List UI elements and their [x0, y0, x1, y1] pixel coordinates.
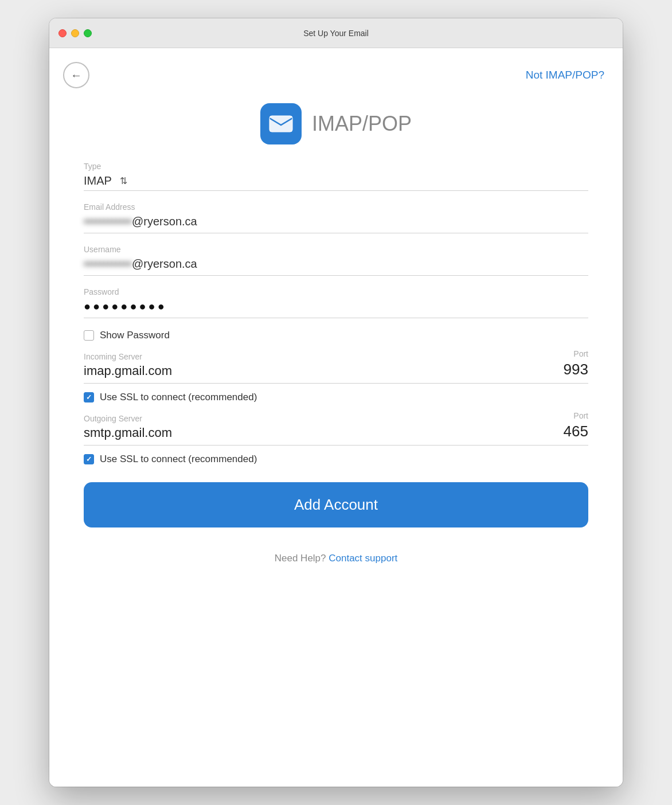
- show-password-label: Show Password: [100, 330, 170, 341]
- email-blurred-part: ••••••••••••: [84, 215, 132, 228]
- outgoing-ssl-label: Use SSL to connect (recommended): [100, 454, 257, 465]
- username-blurred-part: ••••••••••••: [84, 257, 132, 271]
- outgoing-port-right: Port 465: [552, 411, 588, 440]
- maximize-button[interactable]: [84, 29, 92, 37]
- outgoing-server-left: Outgoing Server smtp.gmail.com: [84, 414, 552, 440]
- titlebar: Set Up Your Email: [49, 18, 623, 48]
- username-label: Username: [84, 245, 588, 254]
- minimize-button[interactable]: [71, 29, 79, 37]
- outgoing-server-value[interactable]: smtp.gmail.com: [84, 425, 172, 440]
- svg-rect-0: [269, 116, 292, 132]
- incoming-port-label: Port: [564, 349, 588, 358]
- contact-support-link[interactable]: Contact support: [329, 553, 397, 564]
- show-password-checkbox[interactable]: [84, 330, 94, 341]
- email-input-wrapper: ••••••••••••@ryerson.ca: [84, 215, 588, 233]
- app-window: Set Up Your Email ← Not IMAP/POP? IMAP/P…: [49, 18, 623, 787]
- incoming-server-label: Incoming Server: [84, 352, 552, 361]
- imap-icon: [260, 103, 302, 144]
- incoming-server-left: Incoming Server imap.gmail.com: [84, 352, 552, 378]
- back-button[interactable]: ←: [63, 62, 89, 88]
- type-select[interactable]: IMAP POP: [84, 174, 118, 187]
- traffic-lights: [58, 29, 92, 37]
- outgoing-port-label: Port: [564, 411, 588, 420]
- footer-help: Need Help? Contact support: [49, 553, 623, 581]
- select-arrows-icon: ⇅: [120, 175, 127, 186]
- incoming-ssl-checkbox[interactable]: [84, 392, 94, 402]
- header-section: IMAP/POP: [49, 97, 623, 162]
- window-title: Set Up Your Email: [303, 29, 369, 38]
- outgoing-server-section: Outgoing Server smtp.gmail.com Port 465: [84, 411, 588, 446]
- back-arrow-icon: ←: [71, 69, 82, 82]
- email-input[interactable]: ••••••••••••@ryerson.ca: [84, 215, 197, 228]
- incoming-server-row: Incoming Server imap.gmail.com Port 993: [84, 349, 588, 384]
- password-input[interactable]: ●●●●●●●●●: [84, 300, 167, 312]
- outgoing-server-row: Outgoing Server smtp.gmail.com Port 465: [84, 411, 588, 446]
- incoming-ssl-label: Use SSL to connect (recommended): [100, 392, 257, 403]
- envelope-icon: [268, 111, 294, 136]
- email-label: Email Address: [84, 202, 588, 212]
- main-content: ← Not IMAP/POP? IMAP/POP Type: [49, 48, 623, 787]
- outgoing-server-label: Outgoing Server: [84, 414, 552, 423]
- username-suffix: @ryerson.ca: [132, 257, 197, 270]
- username-input-wrapper: ••••••••••••@ryerson.ca: [84, 257, 588, 276]
- form-container: Type IMAP POP ⇅ Email Address ••••••••••…: [49, 162, 623, 553]
- outgoing-port-value[interactable]: 465: [564, 423, 588, 440]
- incoming-port-value[interactable]: 993: [564, 361, 588, 378]
- show-password-row: Show Password: [84, 330, 588, 341]
- close-button[interactable]: [58, 29, 67, 37]
- incoming-server-section: Incoming Server imap.gmail.com Port 993: [84, 349, 588, 384]
- incoming-ssl-row: Use SSL to connect (recommended): [84, 392, 588, 403]
- help-text: Need Help?: [275, 553, 326, 564]
- username-field: Username ••••••••••••@ryerson.ca: [84, 245, 588, 276]
- outgoing-ssl-checkbox[interactable]: [84, 454, 94, 464]
- type-label: Type: [84, 162, 588, 171]
- email-suffix: @ryerson.ca: [132, 215, 197, 228]
- username-input[interactable]: ••••••••••••@ryerson.ca: [84, 257, 197, 270]
- password-field: Password ●●●●●●●●●: [84, 287, 588, 318]
- incoming-port-right: Port 993: [552, 349, 588, 378]
- password-input-wrapper: ●●●●●●●●●: [84, 300, 588, 318]
- not-imap-link[interactable]: Not IMAP/POP?: [526, 69, 604, 81]
- type-select-wrapper: IMAP POP ⇅: [84, 174, 588, 191]
- password-label: Password: [84, 287, 588, 296]
- outgoing-ssl-row: Use SSL to connect (recommended): [84, 454, 588, 465]
- add-account-button[interactable]: Add Account: [84, 482, 588, 527]
- email-field: Email Address ••••••••••••@ryerson.ca: [84, 202, 588, 233]
- incoming-server-value[interactable]: imap.gmail.com: [84, 364, 172, 378]
- type-field: Type IMAP POP ⇅: [84, 162, 588, 191]
- top-nav: ← Not IMAP/POP?: [49, 48, 623, 97]
- page-title: IMAP/POP: [312, 112, 412, 136]
